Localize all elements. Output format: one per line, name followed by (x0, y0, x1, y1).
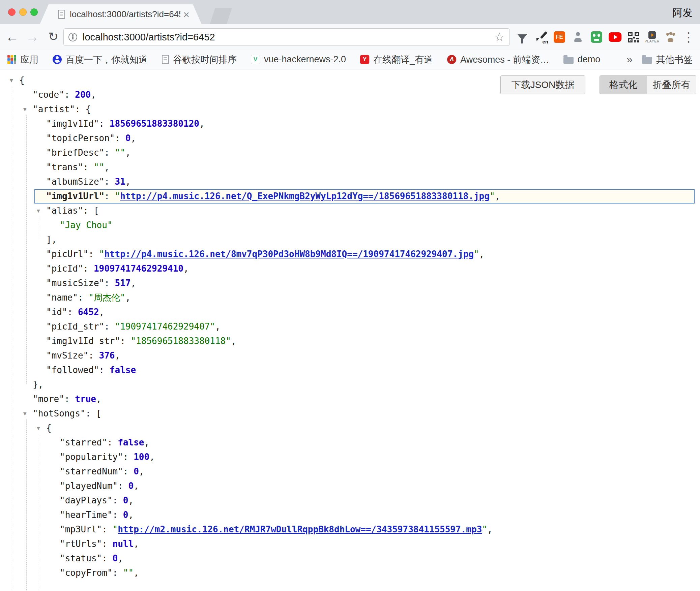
bookmark-label: 百度一下，你就知道 (66, 54, 148, 66)
paw-extension-icon[interactable] (663, 24, 678, 50)
back-icon[interactable]: ← (3, 24, 22, 50)
json-line: "picUrl": "http://p4.music.126.net/8mv7q… (0, 247, 700, 261)
json-line: ▼"artist": { (0, 102, 700, 117)
translate-pen-extension-icon[interactable]: en (533, 24, 549, 50)
navigation-toolbar: ← → ↻ localhost:3000/artists?id=6452 ☆ e… (0, 24, 700, 50)
address-bar[interactable]: localhost:3000/artists?id=6452 ☆ (63, 28, 510, 46)
new-tab-button[interactable] (210, 8, 232, 24)
minimize-window-button[interactable] (19, 8, 27, 16)
json-line: "picId": 19097417462929410, (0, 261, 700, 276)
collapse-toggle-icon[interactable]: ▼ (37, 204, 40, 218)
json-line: "code": 200, (0, 88, 700, 102)
json-line: "img1v1Id_str": "18569651883380118", (0, 334, 700, 348)
json-line: "rtUrls": null, (0, 537, 700, 551)
fe-extension-icon[interactable]: FE (552, 24, 567, 50)
format-button[interactable]: 格式化 (600, 75, 647, 94)
close-window-button[interactable] (8, 8, 16, 16)
other-bookmarks-folder[interactable]: 其他书签 (642, 54, 693, 66)
bookmark-label: 应用 (20, 54, 38, 66)
bookmark-vue-hackernews[interactable]: V vue-hackernews-2.0 (251, 54, 346, 65)
json-line: "followed": false (0, 363, 700, 377)
json-line: "starredNum": 0, (0, 464, 700, 479)
player-extension-icon[interactable]: PLAYER (644, 24, 660, 50)
json-tree: ▼{"code": 200,▼"artist": {"img1v1Id": 18… (0, 70, 700, 591)
json-line: "hearTime": 0, (0, 508, 700, 522)
json-line-selected[interactable]: "img1v1Url": "http://p4.music.126.net/Q_… (34, 189, 695, 204)
page-content: 下载JSON数据 格式化 折叠所有 ▼{"code": 200,▼"artist… (0, 70, 700, 591)
page-info-icon[interactable] (68, 33, 77, 41)
collapse-toggle-icon[interactable]: ▼ (23, 102, 27, 117)
tab-title: localhost:3000/artists?id=645 (70, 9, 180, 20)
person-extension-icon[interactable] (570, 24, 586, 50)
json-line: ▼{ (0, 421, 700, 435)
json-line: ▼"hotSongs": [ (0, 406, 700, 421)
json-url-link[interactable]: http://p4.music.126.net/Q_ExePNkmgB2yWyL… (120, 191, 490, 201)
bookmark-label: Awesomes - 前端资… (460, 54, 549, 66)
json-url-link[interactable]: http://m2.music.126.net/RMJR7wDullRqppBk… (118, 524, 482, 534)
browser-tab[interactable]: localhost:3000/artists?id=645 × (40, 4, 202, 24)
collapse-all-button[interactable]: 折叠所有 (647, 75, 696, 94)
json-line: "popularity": 100, (0, 450, 700, 464)
json-line: "Jay Chou" (0, 218, 700, 232)
apps-grid-icon (7, 55, 16, 64)
json-line: "name": "周杰伦", (0, 290, 700, 305)
qr-code-extension-icon[interactable] (626, 24, 641, 50)
bookmarks-overflow-icon[interactable]: » (626, 53, 633, 66)
json-url-link[interactable]: http://p4.music.126.net/8mv7qP30Pd3oHW8b… (104, 249, 474, 259)
json-line: "copyFrom": "", (0, 566, 700, 580)
json-line: }, (0, 377, 700, 392)
bookmark-label: demo (578, 54, 601, 65)
extensions-toolbar: en FE PLA (515, 24, 678, 50)
bookmark-awesomes[interactable]: A Awesomes - 前端资… (447, 54, 549, 66)
bookmark-demo-folder[interactable]: demo (563, 54, 601, 65)
json-line: "dayPlays": 0, (0, 493, 700, 508)
profile-name[interactable]: 阿发 (672, 6, 693, 20)
json-line: "picId_str": "19097417462929407", (0, 319, 700, 334)
json-line: ▼"alias": [ (0, 204, 700, 218)
collapse-toggle-icon[interactable]: ▼ (23, 406, 27, 421)
translate-lang-label: en (542, 39, 548, 44)
json-line: "briefDesc": "", (0, 146, 700, 160)
tab-close-icon[interactable]: × (183, 9, 189, 20)
json-line: "mvSize": 376, (0, 348, 700, 363)
bookmark-star-icon[interactable]: ☆ (494, 31, 505, 43)
tampermonkey-extension-icon[interactable] (589, 24, 604, 50)
youdao-favicon-icon: Y (360, 55, 369, 64)
json-line: "trans": "", (0, 160, 700, 175)
browser-menu-icon[interactable]: ⋮ (681, 24, 696, 50)
collapse-toggle-icon[interactable]: ▼ (37, 421, 40, 435)
json-line: "topicPerson": 0, (0, 131, 700, 146)
folder-icon (642, 57, 652, 64)
json-line: "musicSize": 517, (0, 276, 700, 290)
bookmark-youdao[interactable]: Y 在线翻译_有道 (360, 54, 433, 66)
forward-icon[interactable]: → (23, 24, 42, 50)
json-line: "playedNum": 0, (0, 479, 700, 493)
other-bookmarks-label: 其他书签 (656, 54, 693, 66)
youtube-extension-icon[interactable] (607, 24, 623, 50)
bookmark-google-sort[interactable]: 谷歌按时间排序 (162, 54, 237, 66)
fullscreen-window-button[interactable] (30, 8, 38, 16)
url-text[interactable]: localhost:3000/artists?id=6452 (83, 32, 494, 43)
awesomes-favicon-icon: A (447, 55, 456, 64)
page-favicon-icon (58, 10, 65, 19)
folder-icon (563, 57, 574, 64)
window-controls (8, 8, 38, 16)
document-favicon-icon (162, 55, 169, 64)
json-line: "more": true, (0, 392, 700, 406)
bookmark-label: 谷歌按时间排序 (173, 54, 237, 66)
bookmark-label: 在线翻译_有道 (373, 54, 433, 66)
fe-label: FE (556, 34, 563, 40)
json-line: ], (0, 232, 700, 247)
bookmark-apps[interactable]: 应用 (7, 54, 38, 66)
collapse-toggle-icon[interactable]: ▼ (10, 73, 13, 88)
bookmark-label: vue-hackernews-2.0 (264, 54, 346, 65)
bookmark-baidu[interactable]: 百度一下，你就知道 (53, 54, 148, 66)
json-line: ▼{ (0, 73, 700, 88)
qr-code-glyph (628, 32, 639, 42)
vue-favicon-icon: V (251, 55, 260, 64)
download-json-button[interactable]: 下载JSON数据 (500, 75, 585, 94)
reload-icon[interactable]: ↻ (44, 24, 63, 50)
tab-bar: localhost:3000/artists?id=645 × 阿发 (0, 0, 700, 24)
json-line: "starred": false, (0, 435, 700, 450)
funnel-extension-icon[interactable] (515, 24, 530, 50)
